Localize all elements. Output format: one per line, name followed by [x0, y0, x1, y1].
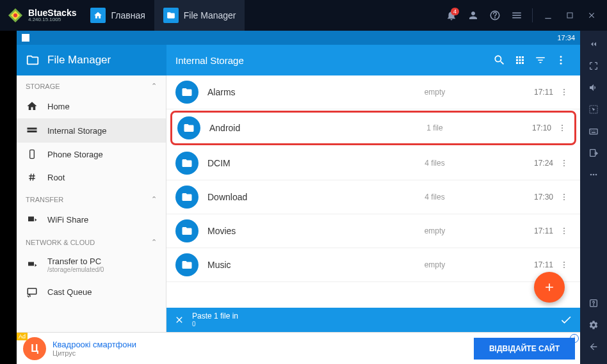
file-row[interactable]: Download 4 files 17:30: [166, 180, 580, 214]
sidebar-item-phone-storage[interactable]: Phone Storage: [17, 143, 166, 166]
notification-badge: 4: [451, 8, 459, 15]
svg-point-17: [563, 89, 565, 90]
svg-point-18: [563, 91, 565, 93]
ad-title[interactable]: Квадроокі смартфони: [53, 340, 474, 349]
brand-name: BlueStacks: [28, 8, 76, 17]
keyboard-icon[interactable]: [584, 122, 603, 141]
svg-rect-5: [590, 129, 597, 134]
file-name: Movies: [207, 226, 336, 236]
collapse-icon[interactable]: [584, 35, 603, 54]
settings-icon[interactable]: [584, 315, 603, 335]
paste-bar: Paste 1 file in 0: [166, 308, 580, 332]
help-side-icon[interactable]: [584, 294, 603, 313]
file-meta: empty: [336, 226, 534, 235]
file-row[interactable]: DCIM 4 files 17:24: [166, 146, 580, 180]
more-vert-icon[interactable]: [557, 260, 571, 269]
view-grid-icon[interactable]: [510, 50, 530, 70]
menu-icon[interactable]: [508, 6, 526, 24]
sidebar-item-cast-queue[interactable]: Cast Queue: [17, 280, 166, 304]
notifications-icon[interactable]: 4: [442, 6, 460, 24]
file-meta: 4 files: [336, 159, 534, 168]
volume-icon[interactable]: [584, 78, 603, 97]
folder-icon: [175, 152, 198, 175]
svg-point-34: [563, 267, 565, 268]
svg-point-29: [563, 228, 565, 229]
search-icon[interactable]: [489, 50, 510, 70]
svg-point-31: [563, 233, 565, 234]
tab-label: File Manager: [184, 10, 236, 20]
fab-add[interactable]: [534, 272, 565, 303]
file-time: 17:30: [534, 193, 553, 202]
more-vert-icon[interactable]: [557, 193, 571, 202]
sidebar-item-sub: /storage/emulated/0: [47, 266, 157, 273]
ad-close-icon[interactable]: i: [570, 334, 579, 343]
section-title: STORAGE: [26, 83, 60, 90]
file-row[interactable]: Music empty 17:11: [166, 248, 580, 282]
section-network[interactable]: NETWORK & CLOUD ⌃: [17, 232, 166, 250]
tab-file-manager[interactable]: File Manager: [154, 0, 245, 31]
file-name: Android: [209, 123, 337, 133]
more-vert-icon[interactable]: [557, 159, 571, 168]
close-icon[interactable]: [583, 6, 601, 24]
tab-home[interactable]: Главная: [81, 0, 154, 31]
file-meta: empty: [336, 88, 534, 97]
sidebar-item-label: Phone Storage: [47, 150, 157, 159]
svg-point-20: [562, 125, 563, 126]
left-margin: [0, 31, 17, 364]
svg-point-2: [495, 17, 496, 18]
chevron-up-icon: ⌃: [151, 82, 157, 90]
minimize-icon[interactable]: [539, 6, 557, 24]
sidebar-item-transfer-pc[interactable]: Transfer to PC /storage/emulated/0: [17, 250, 166, 280]
cast-icon: [26, 286, 38, 297]
more-vert-icon[interactable]: [557, 226, 571, 235]
file-row[interactable]: Android 1 file 17:10: [170, 111, 576, 145]
file-time: 17:10: [532, 123, 551, 132]
more-vert-icon[interactable]: [551, 50, 571, 70]
back-icon[interactable]: [584, 337, 603, 356]
pc-icon: [26, 259, 38, 271]
svg-point-26: [563, 194, 565, 195]
chevron-up-icon: ⌃: [151, 195, 157, 203]
file-row[interactable]: Alarms empty 17:11: [166, 75, 580, 109]
svg-point-27: [563, 196, 565, 198]
sidebar-item-label: WiFi Share: [47, 215, 157, 225]
svg-point-0: [13, 13, 17, 17]
app-header: File Manager Internal Storage: [17, 45, 580, 75]
sidebar-item-root[interactable]: Root: [17, 166, 166, 189]
file-meta: empty: [336, 260, 534, 269]
sidebar-item-label: Transfer to PC: [47, 257, 157, 266]
more-icon[interactable]: [584, 165, 603, 184]
section-storage[interactable]: STORAGE ⌃: [17, 75, 166, 94]
paste-sub: 0: [192, 320, 560, 328]
install-icon[interactable]: [584, 143, 603, 162]
user-icon[interactable]: [464, 6, 482, 24]
sidebar-item-internal-storage[interactable]: Internal Storage: [17, 118, 166, 143]
more-vert-icon[interactable]: [555, 123, 569, 132]
file-time: 17:24: [534, 159, 553, 168]
svg-point-25: [563, 165, 565, 166]
sidebar-item-home[interactable]: Home: [17, 94, 166, 118]
folder-icon: [175, 81, 198, 104]
chevron-up-icon: ⌃: [151, 238, 157, 246]
file-row[interactable]: Movies empty 17:11: [166, 214, 580, 248]
close-icon[interactable]: [174, 315, 184, 325]
fullscreen-icon[interactable]: [584, 56, 603, 75]
sidebar-item-wifi-share[interactable]: WiFi Share: [17, 207, 166, 232]
svg-point-14: [560, 63, 562, 65]
file-time: 17:11: [534, 260, 553, 269]
svg-point-24: [563, 162, 565, 164]
folder-icon: [175, 253, 198, 276]
filter-icon[interactable]: [530, 50, 551, 70]
section-transfer[interactable]: TRANSFER ⌃: [17, 189, 166, 207]
cursor-icon[interactable]: [584, 100, 603, 119]
more-vert-icon[interactable]: [557, 88, 571, 97]
help-icon[interactable]: [486, 6, 504, 24]
folder-icon: [175, 219, 198, 242]
file-time: 17:11: [534, 226, 553, 235]
confirm-icon[interactable]: [560, 313, 572, 326]
app-header-left: File Manager: [17, 45, 166, 75]
folder-icon: [175, 186, 198, 209]
ad-cta-button[interactable]: ВІДВІДАЙТЕ САЙТ: [474, 338, 575, 360]
paste-text: Paste 1 file in: [192, 312, 560, 320]
maximize-icon[interactable]: [561, 6, 579, 24]
